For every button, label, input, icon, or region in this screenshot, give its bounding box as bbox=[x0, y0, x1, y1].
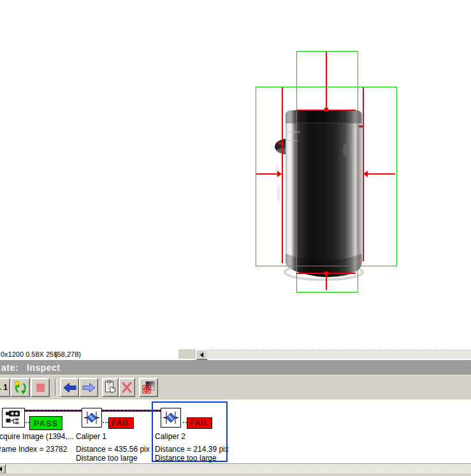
vision-builder-window: 0x1200 0.58X 255 (58,278) ate: Inspect →… bbox=[0, 0, 471, 476]
caliper-left-edge-tick bbox=[278, 142, 283, 144]
caliper-top-edge-tick bbox=[324, 108, 328, 112]
image-info-text: 0x1200 0.58X 255 bbox=[1, 350, 57, 358]
step3-result-badge: FAIL bbox=[187, 417, 212, 429]
caliper-right-measure-line bbox=[367, 173, 395, 175]
left-triangle-icon bbox=[0, 466, 2, 472]
toolbar-separator bbox=[55, 379, 57, 396]
run-loop-button[interactable] bbox=[10, 378, 30, 397]
step2-name: Caliper 1 bbox=[76, 432, 106, 441]
state-value: Inspect bbox=[27, 363, 61, 373]
steps-scrollbar-track[interactable] bbox=[0, 463, 471, 473]
delete-button[interactable] bbox=[119, 378, 135, 397]
step1-name: Acquire Image (1394,... bbox=[0, 432, 74, 441]
caliper-right-edge-tick bbox=[359, 126, 364, 127]
clipboard-button[interactable] bbox=[102, 378, 119, 397]
stop-icon bbox=[36, 384, 45, 392]
horizontal-scrollbar-track[interactable] bbox=[206, 349, 471, 359]
caliper-vertical-center-top-line bbox=[326, 52, 327, 110]
window-bottom-strip bbox=[0, 473, 471, 476]
run-loop-icon bbox=[13, 380, 27, 394]
steps-scrollbar-left-arrow-button[interactable] bbox=[0, 464, 6, 474]
caliper-icon bbox=[162, 409, 180, 426]
scrollbar-spacer bbox=[178, 349, 196, 359]
target-gradient-icon bbox=[142, 381, 155, 394]
acquire-image-icon bbox=[4, 410, 22, 426]
run-once-digit: 1 bbox=[3, 383, 8, 392]
state-label: ate: bbox=[1, 363, 18, 373]
back-button[interactable] bbox=[60, 378, 79, 397]
step-acquire-image[interactable] bbox=[2, 408, 25, 428]
toolbar: →1 bbox=[0, 375, 471, 400]
caliper-icon bbox=[83, 409, 101, 426]
left-triangle-icon bbox=[200, 352, 203, 357]
caliper-bottom-edge-tick bbox=[324, 271, 328, 275]
step2-result-badge: FAIL bbox=[108, 417, 134, 429]
red-x-icon bbox=[121, 382, 133, 393]
step-caliper-1[interactable] bbox=[82, 408, 102, 428]
run-once-button[interactable]: →1 bbox=[0, 378, 10, 397]
step2-detail-1: Distance = 435.56 pix bbox=[76, 445, 150, 454]
inspection-steps-panel: PASS Acquire Image (1394,... Frame Index… bbox=[0, 400, 471, 463]
result-image-button[interactable] bbox=[139, 378, 158, 397]
cursor-position-text: (58,278) bbox=[55, 350, 81, 358]
step-caliper-2[interactable] bbox=[161, 408, 181, 428]
clipboard-hand-icon bbox=[104, 380, 117, 394]
stop-button[interactable] bbox=[31, 378, 50, 397]
forward-button[interactable] bbox=[79, 378, 98, 397]
caliper-left-edge-line bbox=[282, 87, 283, 263]
state-bar: ate: Inspect bbox=[0, 360, 471, 375]
caliper-vertical-center-bottom-line bbox=[326, 273, 327, 290]
step1-result-badge: PASS bbox=[29, 416, 62, 430]
step1-detail: Frame Index = 23782 bbox=[0, 445, 67, 454]
caliper-left-measure-line bbox=[256, 173, 278, 175]
image-display-area[interactable] bbox=[0, 0, 471, 349]
forward-arrow-icon bbox=[82, 383, 96, 393]
caliper-left-arrowhead bbox=[277, 171, 282, 177]
step2-detail-2: Distance too large bbox=[76, 454, 138, 463]
caliper-right-arrowhead bbox=[363, 171, 368, 177]
back-arrow-icon bbox=[63, 383, 76, 393]
